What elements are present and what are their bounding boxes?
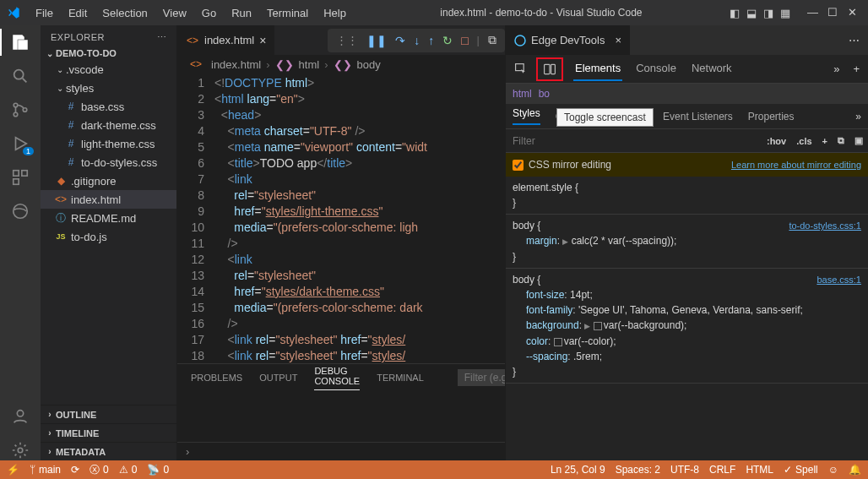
styles-filter-input[interactable] [506, 135, 762, 147]
dom-path-item[interactable]: bo [539, 88, 550, 100]
search-icon[interactable] [10, 66, 30, 86]
notifications-icon[interactable]: 🔔 [849, 464, 861, 476]
panel-left-icon[interactable]: ◧ [730, 7, 740, 19]
css-declaration[interactable]: margin: ▶ calc(2 * var(--spacing)); [513, 233, 861, 249]
panel-tab-output[interactable]: OUTPUT [259, 373, 297, 383]
pause-icon[interactable]: ❚❚ [366, 34, 387, 47]
devtools-tab-network[interactable]: Network [690, 57, 734, 81]
indentation-indicator[interactable]: Spaces: 2 [616, 464, 660, 476]
breadcrumb[interactable]: <> index.html › ❮❯ html › ❮❯ body [177, 55, 505, 73]
menu-edit[interactable]: Edit [62, 3, 94, 23]
section-metadata[interactable]: ›METADATA [41, 442, 176, 460]
rule-source-link[interactable]: base.css:1 [816, 272, 861, 287]
toggle-pane-icon[interactable]: ▣ [849, 135, 868, 146]
styles-tab-event-listeners[interactable]: Event Listeners [663, 111, 733, 122]
rule-source-link[interactable]: to-do-styles.css:1 [789, 218, 861, 233]
tree-item-styles[interactable]: ⌄styles [41, 79, 176, 97]
maximize-icon[interactable]: ☐ [827, 6, 841, 19]
menu-view[interactable]: View [156, 3, 193, 23]
tree-item-to-do-js[interactable]: JSto-do.js [41, 227, 176, 246]
hov-toggle[interactable]: :hov [762, 136, 791, 146]
tree-item--vscode[interactable]: ⌄.vscode [41, 60, 176, 79]
toggle-screencast-icon[interactable] [536, 57, 563, 81]
edge-tools-icon[interactable] [10, 201, 30, 221]
warnings-indicator[interactable]: ⚠ 0 [119, 464, 138, 476]
css-declaration[interactable]: color: var(--color); [513, 334, 861, 349]
breadcrumb-item[interactable]: body [357, 58, 381, 71]
dom-path-item[interactable]: html [513, 88, 532, 100]
branch-indicator[interactable]: ᛘ main [30, 464, 61, 476]
code-content[interactable]: <!DOCTYPE html><html lang="en"> <head> <… [214, 73, 505, 363]
eol-indicator[interactable]: CRLF [709, 464, 735, 476]
devtools-tab[interactable]: Edge DevTools × [506, 25, 630, 55]
mirror-learn-more-link[interactable]: Learn more about mirror editing [731, 160, 861, 170]
run-debug-icon[interactable]: 1 [10, 133, 30, 154]
menu-file[interactable]: File [29, 3, 60, 23]
cls-toggle[interactable]: .cls [791, 136, 816, 146]
extensions-icon[interactable] [10, 167, 30, 188]
errors-indicator[interactable]: ⓧ 0 [90, 463, 109, 477]
step-into-icon[interactable]: ↓ [414, 34, 420, 47]
encoding-indicator[interactable]: UTF-8 [670, 464, 699, 476]
more-styles-icon[interactable]: » [855, 111, 861, 122]
language-indicator[interactable]: HTML [746, 464, 773, 476]
explorer-icon[interactable] [10, 32, 30, 52]
more-tabs-icon[interactable]: » [828, 63, 844, 75]
panel-breadcrumb[interactable]: › [177, 442, 505, 460]
section-outline[interactable]: ›OUTLINE [41, 405, 176, 423]
css-declaration[interactable]: font-size: 14pt; [513, 287, 861, 302]
tree-item-README-md[interactable]: ⓘREADME.md [41, 209, 176, 227]
breadcrumb-item[interactable]: index.html [211, 58, 261, 71]
tab-close-icon[interactable]: × [259, 34, 266, 47]
css-declaration[interactable]: background: ▶ var(--background); [513, 318, 861, 334]
menu-selection[interactable]: Selection [95, 3, 154, 23]
css-rules-pane[interactable]: element.style {}to-do-styles.css:1body {… [506, 177, 868, 460]
inspect-element-icon[interactable] [509, 59, 533, 79]
close-icon[interactable]: ✕ [848, 6, 861, 19]
computed-layout-icon[interactable]: ⧉ [833, 135, 849, 146]
new-rule-icon[interactable]: + [817, 136, 833, 146]
breadcrumb-item[interactable]: html [299, 58, 320, 71]
minimize-icon[interactable]: — [807, 6, 821, 19]
styles-tab-properties[interactable]: Properties [748, 111, 795, 122]
menu-help[interactable]: Help [317, 3, 353, 23]
step-out-icon[interactable]: ↑ [428, 34, 434, 47]
step-over-icon[interactable]: ↷ [395, 34, 405, 47]
code-editor[interactable]: 12345678910111213141516171819 <!DOCTYPE … [177, 73, 505, 363]
drag-handle-icon[interactable]: ⋮⋮ [336, 34, 358, 46]
ports-indicator[interactable]: 📡 0 [147, 464, 169, 476]
tab-index-html[interactable]: <> index.html × [177, 25, 275, 55]
cursor-position[interactable]: Ln 25, Col 9 [551, 464, 605, 476]
panel-bottom-icon[interactable]: ⬓ [746, 7, 757, 19]
css-selector[interactable]: element.style { [513, 180, 861, 195]
tree-item-index-html[interactable]: <>index.html [41, 190, 176, 209]
menu-terminal[interactable]: Terminal [260, 3, 315, 23]
tree-item-to-do-styles-css[interactable]: #to-do-styles.css [41, 153, 176, 171]
tree-item--gitignore[interactable]: ◆.gitignore [41, 171, 176, 190]
restart-icon[interactable]: ↻ [442, 34, 453, 47]
mirror-checkbox[interactable] [513, 160, 524, 171]
layout-grid-icon[interactable]: ▦ [780, 7, 790, 19]
panel-right-icon[interactable]: ◨ [763, 7, 773, 19]
spell-indicator[interactable]: ✓ Spell [784, 464, 818, 476]
tree-item-dark-theme-css[interactable]: #dark-theme.css [41, 116, 176, 134]
feedback-icon[interactable]: ☺ [828, 464, 838, 476]
css-declaration[interactable]: font-family: 'Segoe UI', Tahoma, Geneva,… [513, 302, 861, 318]
css-selector[interactable]: body { [513, 272, 861, 287]
account-icon[interactable] [10, 406, 30, 427]
section-timeline[interactable]: ›TIMELINE [41, 423, 176, 442]
root-folder[interactable]: ⌄ DEMO-TO-DO [41, 46, 176, 60]
menu-run[interactable]: Run [225, 3, 258, 23]
panel-tab-terminal[interactable]: TERMINAL [377, 373, 424, 383]
settings-gear-icon[interactable] [10, 440, 30, 460]
css-declaration[interactable]: --spacing: .5rem; [513, 349, 861, 364]
panel-tab-problems[interactable]: PROBLEMS [191, 373, 242, 383]
more-icon[interactable]: ⋯ [840, 34, 868, 46]
stop-icon[interactable]: □ [461, 34, 468, 47]
dom-breadcrumb[interactable]: html bo [506, 84, 868, 104]
tree-item-base-css[interactable]: #base.css [41, 97, 176, 116]
sidebar-more-icon[interactable]: ⋯ [157, 32, 167, 43]
disconnect-icon[interactable]: ⧉ [488, 33, 496, 47]
sync-icon[interactable]: ⟳ [71, 464, 79, 476]
remote-icon[interactable]: ⚡ [7, 464, 19, 476]
